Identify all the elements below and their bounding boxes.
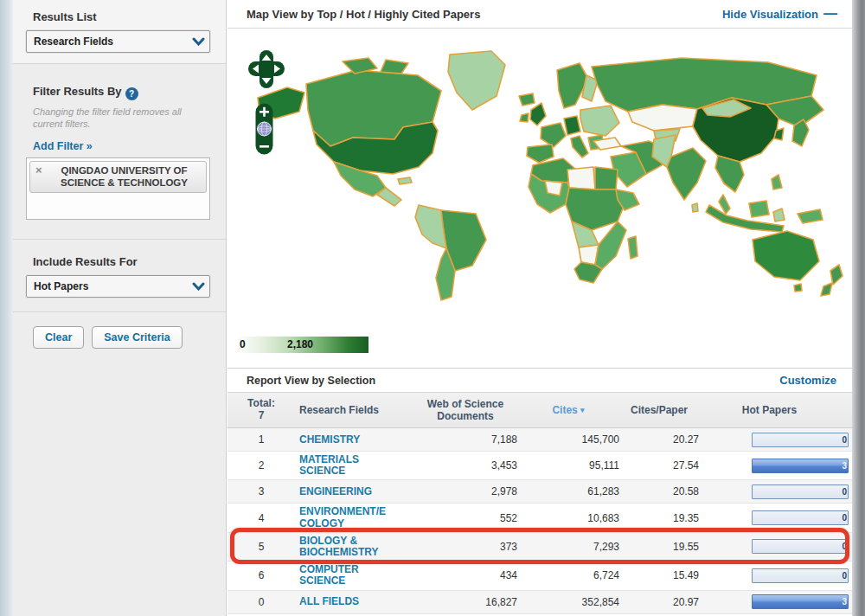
collapse-icon[interactable]: — (823, 6, 836, 22)
row-cites: 145,700 (517, 433, 619, 446)
hot-papers-value: 0 (842, 542, 848, 551)
sort-down-icon: ▾ (580, 406, 585, 414)
row-rank: 6 (227, 569, 295, 581)
map-area: 0 2,180 (227, 29, 852, 368)
row-cites-per-paper: 20.97 (619, 596, 699, 608)
vertical-scrollbar[interactable] (852, 0, 865, 616)
row-cites: 352,854 (517, 596, 619, 608)
research-field-link[interactable]: MATERIALS SCIENCE (299, 454, 386, 477)
filter-heading: Filter Results By (33, 85, 122, 98)
col-research-fields: Research Fields (295, 404, 413, 416)
row-cites-per-paper: 15.49 (619, 569, 699, 581)
row-cites-per-paper: 20.58 (619, 485, 699, 497)
col-wos-documents: Web of Science Documents (413, 398, 517, 423)
hot-papers-value: 3 (842, 461, 848, 471)
include-results-dropdown[interactable]: Hot Papers (26, 275, 210, 298)
hot-papers-value: 0 (842, 435, 848, 445)
world-map[interactable] (249, 48, 846, 307)
hot-papers-bar: 3 (752, 459, 849, 473)
legend-max-value: 2,180 (287, 338, 313, 350)
help-icon[interactable]: ? (125, 87, 138, 100)
row-documents: 2,978 (413, 485, 517, 497)
row-rank: 3 (227, 485, 295, 497)
research-field-link[interactable]: ENGINEERING (299, 486, 386, 497)
remove-filter-icon[interactable]: × (35, 164, 42, 177)
map-legend: 0 2,180 (237, 337, 368, 353)
row-cites: 95,111 (517, 459, 619, 472)
table-row: 3 ENGINEERING 2,978 61,283 20.58 0 (227, 480, 852, 504)
hot-papers-bar: 0 (752, 510, 849, 525)
row-cites: 61,283 (517, 485, 619, 497)
row-documents: 3,453 (413, 459, 517, 472)
table-row: 5 BIOLOGY & BIOCHEMISTRY 373 7,293 19.55… (227, 533, 852, 561)
row-documents: 552 (413, 512, 517, 524)
include-results-dropdown-value: Hot Papers (27, 280, 187, 292)
map-pan-control[interactable] (247, 49, 285, 89)
row-cites: 7,293 (517, 541, 619, 553)
research-field-link[interactable]: BIOLOGY & BIOCHEMISTRY (299, 536, 386, 558)
hot-papers-bar: 0 (752, 539, 849, 554)
include-results-heading: Include Results For (33, 255, 226, 268)
row-rank: 1 (227, 433, 295, 446)
left-edge-strip (0, 0, 13, 616)
hot-papers-bar: 0 (752, 568, 849, 583)
criteria-buttons: Clear Save Criteria (33, 326, 226, 349)
chevron-down-icon (187, 282, 209, 291)
include-results-section: Include Results For Hot Papers (13, 240, 226, 308)
hot-papers-bar: 0 (752, 433, 849, 447)
research-field-link[interactable]: CHEMISTRY (299, 434, 386, 446)
research-field-link[interactable]: COMPUTER SCIENCE (299, 564, 386, 587)
hot-papers-value: 3 (842, 597, 848, 606)
col-cites-sortable[interactable]: Cites ▾ (517, 404, 619, 416)
add-filter-link[interactable]: Add Filter » (33, 140, 93, 152)
sidebar: Results List Research Fields Filter Resu… (13, 0, 227, 616)
filter-heading-row: Filter Results By? (33, 85, 226, 100)
clear-button[interactable]: Clear (33, 326, 84, 349)
table-row: 6 COMPUTER SCIENCE 434 6,724 15.49 0 (227, 561, 852, 590)
row-cites: 6,724 (517, 569, 619, 581)
research-field-link[interactable]: ENVIRONMENT/ECOLOGY (299, 506, 386, 529)
table-row: 2 MATERIALS SCIENCE 3,453 95,111 27.54 3 (227, 452, 852, 480)
table-row: 1 CHEMISTRY 7,188 145,700 20.27 0 (227, 428, 852, 452)
row-documents: 373 (413, 541, 517, 553)
report-table-body: 1 CHEMISTRY 7,188 145,700 20.27 0 2 MATE… (227, 428, 852, 616)
map-zoom-control[interactable] (255, 103, 273, 155)
save-criteria-button[interactable]: Save Criteria (92, 326, 182, 349)
row-cites-per-paper: 27.54 (619, 459, 699, 472)
table-header-row: Total: 7 Research Fields Web of Science … (227, 392, 852, 428)
divider (13, 311, 226, 312)
filter-note: Changing the filter field removes all cu… (33, 106, 210, 131)
filter-section: Filter Results By? Changing the filter f… (13, 64, 226, 230)
chevron-down-icon (187, 37, 209, 46)
row-cites-per-paper: 19.55 (619, 541, 699, 553)
row-cites-per-paper: 19.35 (619, 512, 699, 524)
main-panel: Map View by Top / Hot / Highly Cited Pap… (227, 0, 852, 616)
col-cites-per-paper: Cites/Paper (619, 404, 699, 416)
row-rank: 4 (227, 512, 295, 524)
col-hot-papers: Hot Papers (699, 404, 852, 416)
table-row: 0 ALL FIELDS 16,827 352,854 20.97 3 (227, 591, 852, 614)
results-list-dropdown-value: Research Fields (27, 35, 187, 48)
globe-icon (258, 122, 272, 136)
filter-tag-label: QINGDAO UNIVERSITY OF SCIENCE & TECHNOLO… (61, 165, 188, 188)
customize-link[interactable]: Customize (779, 374, 836, 387)
map-header: Map View by Top / Hot / Highly Cited Pap… (227, 0, 852, 29)
row-rank: 2 (227, 459, 295, 472)
hot-papers-bar: 0 (752, 484, 849, 499)
row-documents: 16,827 (413, 596, 517, 608)
filter-tag[interactable]: × QINGDAO UNIVERSITY OF SCIENCE & TECHNO… (29, 161, 207, 194)
report-header: Report View by Selection Customize (227, 368, 852, 392)
results-list-dropdown[interactable]: Research Fields (26, 30, 210, 53)
hot-papers-value: 0 (842, 513, 848, 523)
report-view-title: Report View by Selection (247, 375, 779, 387)
hide-visualization-link[interactable]: Hide Visualization (722, 8, 818, 21)
filter-list-box: × QINGDAO UNIVERSITY OF SCIENCE & TECHNO… (26, 157, 210, 220)
hot-papers-value: 0 (842, 571, 848, 581)
col-total: Total: 7 (227, 398, 295, 422)
research-field-link[interactable]: ALL FIELDS (299, 596, 386, 607)
hot-papers-value: 0 (842, 487, 848, 497)
row-rank: 0 (227, 596, 295, 608)
row-cites-per-paper: 20.27 (619, 433, 699, 446)
row-documents: 434 (413, 569, 517, 581)
row-rank: 5 (227, 541, 295, 553)
